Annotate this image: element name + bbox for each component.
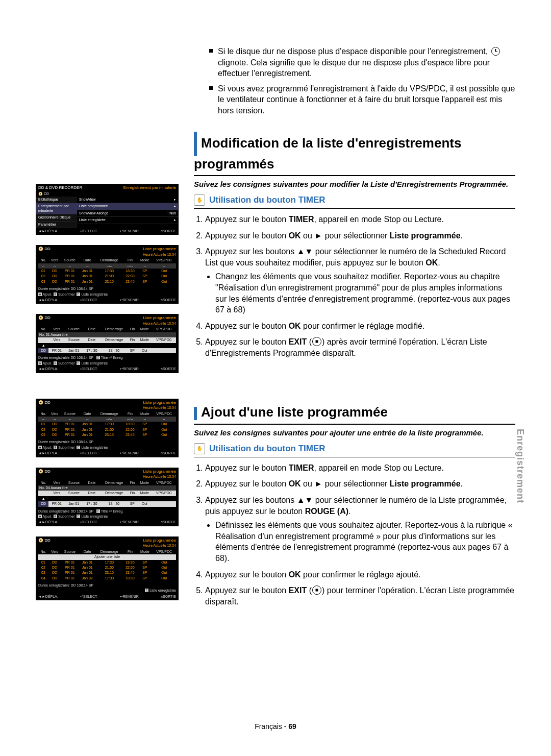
mock-list-4rows: 📀 DDListe programmée Heure Actuelle 10:5… — [36, 536, 179, 601]
mock-edit-row: 📀 DDListe programmée Heure Actuelle 10:5… — [36, 314, 179, 373]
step-3-sub: Changez les éléments que vous souhaitez … — [215, 271, 515, 315]
bullet-icon — [209, 86, 213, 90]
note-text: Si vous avez programmé l'enregistrement … — [218, 83, 515, 116]
hand-icon: ✋ — [194, 443, 205, 454]
note-vps-pdc: Si vous avez programmé l'enregistrement … — [209, 83, 515, 116]
hand-icon: ✋ — [194, 194, 205, 206]
subhead-timer-1: ✋ Utilisation du bouton TIMER — [194, 194, 515, 209]
left-screenshots-column: DD & DVD RECORDEREnregistrement par minu… — [36, 46, 179, 617]
step-3-sub: Définissez les éléments que vous souhait… — [215, 520, 515, 564]
step-1: Appuyez sur le bouton TIMER, appareil en… — [205, 214, 515, 225]
step-4: Appuyez sur le bouton OK pour confirmer … — [205, 569, 515, 580]
step-4: Appuyez sur le bouton OK pour confirmer … — [205, 321, 515, 332]
step-5: Appuyez sur le bouton EXIT () après avoi… — [205, 336, 515, 358]
heading-modify: Modification de la liste d'enregistremen… — [194, 132, 515, 176]
step-5: Appuyez sur le bouton EXIT () pour termi… — [205, 585, 515, 607]
heading-add: Ajout d'une liste programmée — [194, 404, 515, 424]
intro-modify: Suivez les consignes suivantes pour modi… — [194, 179, 515, 189]
step-3: Appuyez sur les boutons ▲▼ pour sélectio… — [205, 495, 515, 564]
exit-icon — [312, 586, 321, 595]
step-2: Appuyez sur le bouton OK ou ► pour sélec… — [205, 230, 515, 241]
side-tab: Enregistrement — [515, 429, 525, 503]
instructions-column: Si le disque dur ne dispose plus d'espac… — [194, 46, 515, 617]
exit-icon — [312, 337, 321, 346]
subhead-timer-2: ✋ Utilisation du bouton TIMER — [194, 443, 515, 457]
mock-add-edit: 📀 DDListe programmée Heure Actuelle 10:5… — [36, 468, 179, 526]
mock-list-2: 📀 DDListe programmée Heure Actuelle 10:5… — [36, 399, 179, 457]
step-3: Appuyez sur les boutons ▲▼ pour sélectio… — [205, 246, 515, 315]
page-footer: Français - 69 — [0, 722, 551, 730]
mock-list: 📀 DDListe programmée Heure Actuelle 10:5… — [36, 245, 179, 304]
note-disk-full: Si le disque dur ne dispose plus d'espac… — [209, 46, 515, 79]
clock-icon — [491, 47, 500, 56]
mock-menu: DD & DVD RECORDEREnregistrement par minu… — [36, 184, 179, 235]
steps-add: Appuyez sur le bouton TIMER, appareil en… — [194, 462, 515, 607]
bullet-icon — [209, 49, 213, 53]
steps-modify: Appuyez sur le bouton TIMER, appareil en… — [194, 214, 515, 359]
step-1: Appuyez sur le bouton TIMER, appareil en… — [205, 462, 515, 474]
intro-add: Suivez les consignes suivantes pour ajou… — [194, 428, 515, 438]
step-2: Appuyez sur le bouton OK ou ► pour sélec… — [205, 478, 515, 490]
